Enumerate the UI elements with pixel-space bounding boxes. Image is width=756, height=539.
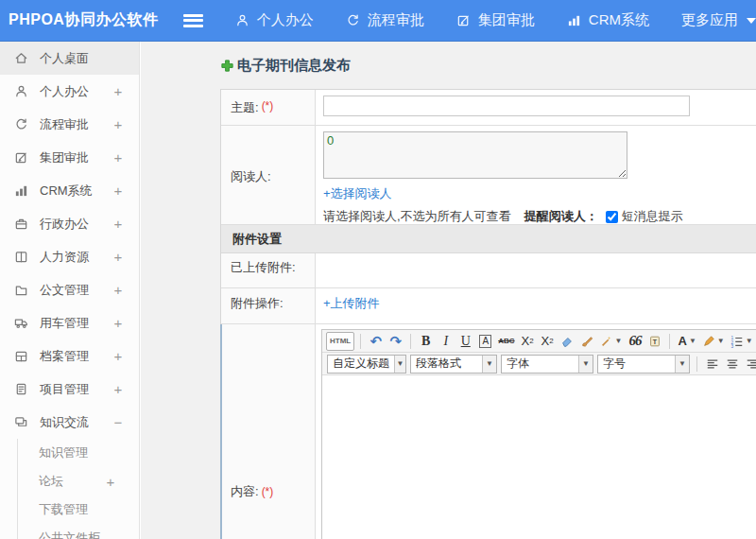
expander-plus-icon[interactable]: + — [112, 315, 124, 331]
style-wand-button[interactable]: ▼ — [598, 332, 625, 351]
paste-text-button[interactable]: T — [645, 332, 663, 351]
person-icon — [13, 83, 29, 99]
chevron-down-icon: ▼ — [717, 337, 725, 345]
readers-textarea[interactable]: 0 — [323, 131, 627, 179]
edit-icon — [13, 149, 29, 165]
expander-plus-icon[interactable]: + — [105, 474, 116, 490]
svg-text:3: 3 — [730, 343, 733, 347]
rich-text-editor: HTML↶↷BIUAABCX2X2▼66TA▼▼123▼ 自定义标题▼段落格式▼… — [321, 329, 756, 539]
nav-group-approval[interactable]: 集团审批 — [456, 11, 535, 29]
subject-input[interactable] — [323, 96, 690, 116]
expander-minus-icon[interactable]: − — [112, 414, 124, 430]
nav-personal-office[interactable]: 个人办公 — [235, 11, 314, 29]
sidebar-item-crm[interactable]: CRM系统+ — [0, 174, 139, 207]
font-size-select[interactable]: 字号▼ — [597, 355, 690, 374]
italic-button[interactable]: I — [437, 332, 455, 351]
required-mark: (*) — [262, 99, 274, 113]
format-brush-button[interactable] — [578, 332, 596, 351]
upload-attachment-link[interactable]: +上传附件 — [323, 295, 380, 312]
sidebar-subitem-label: 论坛 — [39, 473, 105, 490]
expander-plus-icon[interactable]: + — [112, 282, 124, 298]
sidebar-item-process-approval[interactable]: 流程审批+ — [0, 108, 139, 141]
expander-plus-icon[interactable]: + — [112, 348, 124, 364]
sidebar-item-label: 人力资源 — [40, 249, 112, 266]
uploaded-attachments-row: 已上传附件: — [221, 253, 756, 288]
bold-button[interactable]: B — [417, 332, 435, 351]
highlight-button[interactable]: ▼ — [700, 332, 727, 351]
sidebar: 个人桌面个人办公+流程审批+集团审批+CRM系统+行政办公+人力资源+公文管理+… — [0, 42, 140, 539]
toolbar-separator — [696, 356, 697, 372]
chat-icon — [13, 414, 29, 430]
align-center-button[interactable] — [723, 355, 741, 374]
underline-button[interactable]: U — [456, 332, 474, 351]
sidebar-item-hr[interactable]: 人力资源+ — [0, 240, 139, 273]
editor-content-area[interactable] — [322, 375, 756, 539]
html-source-button[interactable]: HTML — [326, 332, 354, 351]
nav-process-approval[interactable]: 流程审批 — [346, 11, 424, 29]
subject-row: 主题: (*) — [221, 90, 756, 126]
ordered-list-button[interactable]: 123▼ — [729, 332, 755, 351]
editor-toolbar-row2: 自定义标题▼段落格式▼字体▼字号▼ — [322, 353, 756, 375]
expander-plus-icon[interactable]: + — [112, 249, 124, 265]
sidebar-submenu: 知识管理论坛+下载管理公共文件柜 — [17, 439, 139, 539]
sidebar-item-group-approval[interactable]: 集团审批+ — [0, 141, 139, 174]
align-left-button[interactable] — [703, 355, 721, 374]
sidebar-item-admin-office[interactable]: 行政办公+ — [0, 207, 139, 240]
paragraph-format-select[interactable]: 段落格式▼ — [410, 355, 497, 374]
readers-hint: 请选择阅读人,不选为所有人可查看 — [323, 208, 511, 225]
expander-plus-icon[interactable]: + — [112, 381, 124, 397]
align-right-button[interactable] — [743, 355, 756, 374]
add-icon — [220, 59, 234, 73]
sidebar-subitem-knowledge-mgmt[interactable]: 知识管理 — [18, 439, 139, 467]
expander-plus-icon[interactable]: + — [112, 216, 124, 232]
top-bar: PHPOA协同办公软件 个人办公流程审批集团审批CRM系统更多应用 — [0, 0, 756, 42]
sidebar-subitem-forum[interactable]: 论坛+ — [18, 467, 139, 496]
nav-label: 集团审批 — [478, 11, 535, 29]
readers-label: 阅读人: — [221, 126, 316, 224]
sidebar-item-knowledge-exchange[interactable]: 知识交流− — [0, 406, 139, 439]
sidebar-item-desktop[interactable]: 个人桌面 — [0, 42, 139, 75]
sms-remind-checkbox[interactable] — [606, 211, 618, 223]
page-title-text: 电子期刊信息发布 — [237, 57, 351, 75]
hamburger-menu-icon[interactable] — [183, 14, 203, 27]
expander-plus-icon[interactable]: + — [112, 149, 124, 165]
select-readers-link[interactable]: +选择阅读人 — [323, 185, 392, 202]
sidebar-item-archive-mgmt[interactable]: 档案管理+ — [0, 339, 139, 373]
svg-text:T: T — [653, 338, 658, 344]
expander-plus-icon[interactable]: + — [112, 183, 124, 199]
subscript-button[interactable]: X2 — [539, 332, 557, 351]
folder-icon — [13, 282, 29, 298]
eraser-button[interactable] — [558, 332, 576, 351]
sidebar-item-label: 知识交流 — [40, 414, 112, 431]
sidebar-item-project-mgmt[interactable]: 项目管理+ — [0, 373, 139, 406]
top-nav: 个人办公流程审批集团审批CRM系统更多应用 — [235, 11, 756, 29]
select-value: 段落格式 — [411, 356, 482, 372]
nav-crm[interactable]: CRM系统 — [567, 11, 649, 29]
strikethrough-button[interactable]: ABC — [496, 332, 516, 351]
chart-icon — [567, 13, 582, 28]
sidebar-item-label: 集团审批 — [40, 149, 112, 166]
nav-more-apps[interactable]: 更多应用 — [681, 11, 756, 29]
app-title: PHPOA协同办公软件 — [0, 10, 183, 30]
font-family-select[interactable]: 字体▼ — [501, 355, 593, 374]
sidebar-subitem-download-mgmt[interactable]: 下载管理 — [18, 496, 139, 524]
superscript-button[interactable]: X2 — [519, 332, 537, 351]
sidebar-item-personal-office[interactable]: 个人办公+ — [0, 75, 139, 108]
blockquote-button[interactable]: 66 — [626, 332, 644, 351]
redo-button[interactable]: ↷ — [387, 332, 404, 351]
nav-label: 流程审批 — [368, 11, 424, 29]
eraser-icon — [560, 335, 574, 348]
font-style-box-button[interactable]: A — [476, 332, 494, 351]
font-color-button[interactable]: A▼ — [676, 332, 697, 351]
expander-plus-icon[interactable]: + — [112, 116, 124, 132]
select-value: 字体 — [502, 356, 578, 372]
undo-button[interactable]: ↶ — [367, 332, 385, 351]
person-icon — [235, 13, 250, 28]
sidebar-item-vehicle-mgmt[interactable]: 用车管理+ — [0, 306, 139, 339]
custom-title-select[interactable]: 自定义标题▼ — [327, 355, 406, 374]
editor-toolbar-row1: HTML↶↷BIUAABCX2X2▼66TA▼▼123▼ — [322, 330, 756, 353]
sidebar-subitem-public-cabinet[interactable]: 公共文件柜 — [18, 524, 139, 539]
expander-plus-icon[interactable]: + — [112, 83, 124, 99]
wand-icon — [600, 335, 613, 348]
sidebar-item-document-mgmt[interactable]: 公文管理+ — [0, 273, 139, 306]
